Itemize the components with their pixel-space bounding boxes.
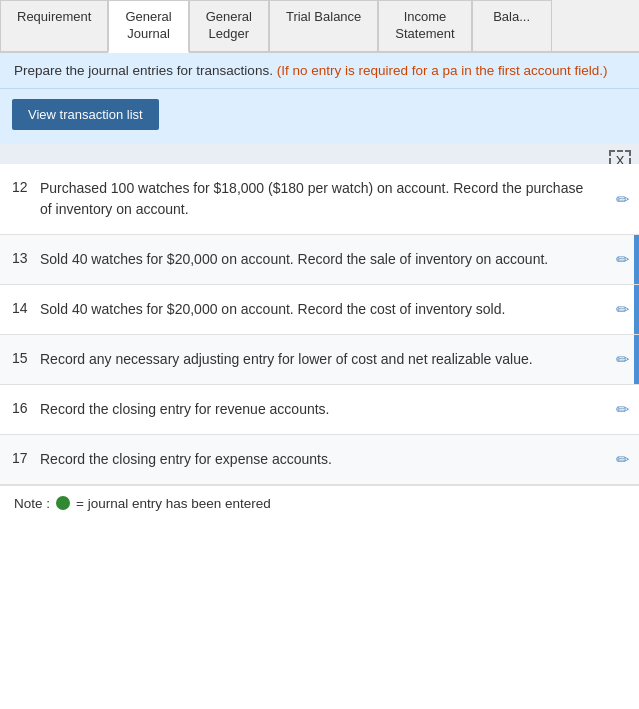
side-bar-indicator	[634, 235, 639, 284]
edit-icon[interactable]: ✏	[616, 400, 629, 419]
table-row: 13 Sold 40 watches for $20,000 on accoun…	[0, 235, 639, 285]
transaction-list: 12 Purchased 100 watches for $18,000 ($1…	[0, 164, 639, 485]
row-text: Sold 40 watches for $20,000 on account. …	[40, 299, 627, 320]
tab-income-statement[interactable]: IncomeStatement	[378, 0, 471, 51]
tab-trial-balance[interactable]: Trial Balance	[269, 0, 378, 51]
table-row: 17 Record the closing entry for expense …	[0, 435, 639, 485]
view-transaction-button[interactable]: View transaction list	[12, 99, 159, 130]
table-row: 15 Record any necessary adjusting entry …	[0, 335, 639, 385]
side-bar-indicator	[634, 285, 639, 334]
edit-icon[interactable]: ✏	[616, 350, 629, 369]
row-number: 13	[12, 249, 40, 266]
row-number: 16	[12, 399, 40, 416]
row-number: 17	[12, 449, 40, 466]
edit-icon[interactable]: ✏	[616, 300, 629, 319]
note-suffix: = journal entry has been entered	[76, 496, 271, 511]
row-number: 12	[12, 178, 40, 195]
table-row: 12 Purchased 100 watches for $18,000 ($1…	[0, 164, 639, 235]
row-number: 15	[12, 349, 40, 366]
row-text: Purchased 100 watches for $18,000 ($180 …	[40, 178, 627, 220]
instruction-banner: Prepare the journal entries for transact…	[0, 53, 639, 89]
tab-general-journal[interactable]: GeneralJournal	[108, 0, 188, 53]
tab-requirement[interactable]: Requirement	[0, 0, 108, 51]
row-text: Record any necessary adjusting entry for…	[40, 349, 627, 370]
table-row: 16 Record the closing entry for revenue …	[0, 385, 639, 435]
note-bar: Note : = journal entry has been entered	[0, 485, 639, 521]
edit-icon[interactable]: ✏	[616, 250, 629, 269]
row-text: Record the closing entry for expense acc…	[40, 449, 627, 470]
edit-icon[interactable]: ✏	[616, 189, 629, 208]
button-area: View transaction list	[0, 89, 639, 144]
row-text: Sold 40 watches for $20,000 on account. …	[40, 249, 627, 270]
tab-bar: Requirement GeneralJournal GeneralLedger…	[0, 0, 639, 53]
row-number: 14	[12, 299, 40, 316]
instruction-highlight: (If no entry is required for a pa in the…	[277, 63, 608, 78]
table-row: 14 Sold 40 watches for $20,000 on accoun…	[0, 285, 639, 335]
side-bar-indicator	[634, 335, 639, 384]
edit-icon[interactable]: ✏	[616, 450, 629, 469]
note-prefix: Note :	[14, 496, 50, 511]
tab-balance[interactable]: Bala...	[472, 0, 552, 51]
transaction-area: X 12 Purchased 100 watches for $18,000 (…	[0, 144, 639, 521]
instruction-main: Prepare the journal entries for transact…	[14, 63, 277, 78]
tab-general-ledger[interactable]: GeneralLedger	[189, 0, 269, 51]
green-dot-icon	[56, 496, 70, 510]
row-text: Record the closing entry for revenue acc…	[40, 399, 627, 420]
